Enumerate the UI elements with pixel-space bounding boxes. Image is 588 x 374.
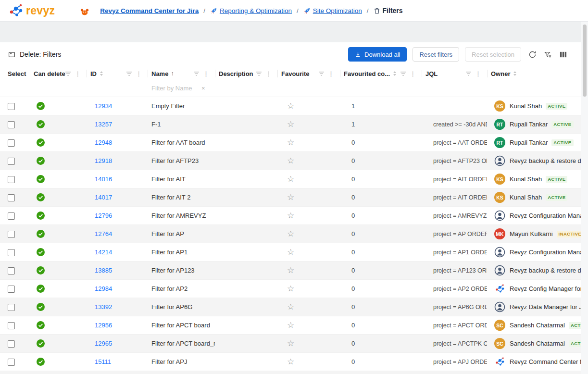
favourite-star-icon[interactable]: ☆ (287, 358, 294, 366)
reload-icon[interactable] (527, 49, 538, 60)
favourite-star-icon[interactable]: ☆ (287, 138, 294, 147)
scrollbar-thumb[interactable] (583, 25, 587, 97)
breadcrumb-link-site-optimization[interactable]: Site Optimization (313, 7, 362, 14)
reset-selection-button[interactable]: Reset selection (465, 47, 521, 62)
favourite-star-icon[interactable]: ☆ (287, 266, 294, 274)
favourite-star-icon[interactable]: ☆ (287, 212, 294, 220)
filter-id-link[interactable]: 13257 (95, 121, 112, 128)
column-header-can-delete[interactable]: Can delete ⋮ (30, 66, 87, 81)
filter-id-link[interactable]: 13885 (95, 267, 112, 274)
name-filter-input[interactable] (151, 85, 200, 92)
table-row[interactable]: 12796 Filter for AMREVYZ ☆ 0 project = A… (0, 207, 581, 225)
row-checkbox[interactable] (8, 121, 15, 128)
favourite-star-icon[interactable]: ☆ (287, 120, 294, 128)
filter-icon[interactable] (319, 72, 324, 76)
row-checkbox[interactable] (8, 322, 15, 329)
favourite-star-icon[interactable]: ☆ (287, 230, 294, 238)
filter-id-link[interactable]: 14017 (95, 194, 112, 201)
table-row[interactable]: 12956 Filter for APCT board ☆ 0 project … (0, 316, 581, 335)
row-checkbox[interactable] (8, 304, 15, 311)
row-checkbox[interactable] (8, 194, 15, 201)
favourite-star-icon[interactable]: ☆ (287, 175, 294, 183)
filter-icon[interactable] (65, 72, 71, 76)
column-label: Favourite (281, 70, 310, 77)
filter-id-link[interactable]: 12764 (95, 230, 112, 237)
reset-filters-button[interactable]: Reset filters (413, 47, 459, 62)
filter-icon[interactable] (256, 72, 262, 76)
table-row[interactable]: 14214 Filter for AP1 ☆ 0 project = AP1 O… (0, 243, 581, 262)
row-checkbox[interactable] (8, 176, 15, 183)
column-settings-icon[interactable] (558, 49, 568, 60)
filter-id-link[interactable]: 12948 (95, 139, 112, 146)
column-menu-icon[interactable]: ⋮ (475, 71, 481, 77)
column-header-name[interactable]: Name ↑ ⋮ (148, 66, 215, 81)
column-header-favourite[interactable]: Favourite ⋮ (277, 66, 340, 81)
filter-id-link[interactable]: 12956 (95, 322, 112, 329)
table-row[interactable]: 13885 Filter for AP123 ☆ 0 project = AP1… (0, 262, 581, 280)
column-menu-icon[interactable]: ⋮ (410, 71, 416, 77)
vertical-scrollbar[interactable] (581, 22, 588, 374)
sort-icon[interactable] (100, 71, 103, 76)
table-row[interactable]: 14016 Filter for AIT ☆ 0 project = AIT O… (0, 170, 581, 188)
column-menu-icon[interactable]: ⋮ (75, 71, 81, 77)
filter-icon[interactable] (466, 72, 471, 76)
clear-name-filter-icon[interactable]: × (201, 85, 205, 92)
row-checkbox[interactable] (8, 158, 15, 165)
download-all-button[interactable]: Download all (348, 47, 407, 62)
favourite-star-icon[interactable]: ☆ (287, 248, 294, 256)
filter-id-link[interactable]: 15111 (95, 358, 111, 365)
favourite-star-icon[interactable]: ☆ (287, 339, 294, 348)
filter-icon[interactable] (126, 72, 132, 76)
table-row[interactable]: 13257 F-1 ☆ 1 created >= -30d AND RT Rup… (0, 115, 581, 134)
row-checkbox[interactable] (8, 231, 15, 238)
table-row[interactable]: 12934 Empty Filter ☆ 1 KS Kunal Shah ACT… (0, 97, 581, 115)
table-row[interactable]: 12764 Filter for AP ☆ 0 project = AP ORD… (0, 225, 581, 243)
column-menu-icon[interactable]: ⋮ (265, 71, 272, 77)
table-row[interactable]: 12918 Filter for AFTP23 ☆ 0 project = AF… (0, 152, 581, 170)
sort-icon[interactable] (393, 71, 396, 76)
row-checkbox[interactable] (8, 340, 15, 348)
favourite-star-icon[interactable]: ☆ (287, 102, 294, 110)
filter-id-link[interactable]: 14214 (95, 249, 112, 256)
column-header-owner[interactable]: Owner (487, 66, 581, 81)
favourite-star-icon[interactable]: ☆ (287, 303, 294, 311)
sort-ascending-icon[interactable]: ↑ (171, 70, 174, 77)
filter-id-link[interactable]: 13392 (95, 303, 112, 311)
table-row[interactable]: 14017 Filter for AIT 2 ☆ 0 project = AIT… (0, 188, 581, 207)
filter-icon[interactable] (194, 72, 199, 76)
filter-id-link[interactable]: 12796 (95, 212, 112, 219)
table-row[interactable]: 12984 Filter for AP2 ☆ 0 project = AP2 O… (0, 280, 581, 298)
filter-id-link[interactable]: 12918 (95, 157, 112, 164)
row-checkbox[interactable] (8, 249, 15, 256)
row-checkbox[interactable] (8, 139, 15, 147)
favourite-star-icon[interactable]: ☆ (287, 193, 294, 201)
table-row[interactable]: 15111 Filter for APJ ☆ 0 project = APJ O… (0, 353, 581, 371)
row-checkbox[interactable] (8, 212, 15, 220)
table-row[interactable]: 12948 Filter for AAT board ☆ 0 project =… (0, 134, 581, 152)
filter-icon[interactable] (400, 72, 406, 76)
column-header-jql[interactable]: JQL ⋮ (422, 66, 487, 81)
filter-id-link[interactable]: 12984 (95, 285, 112, 292)
table-row[interactable]: 12965 Filter for APCT board_revy: ☆ 0 pr… (0, 335, 581, 353)
clear-filters-icon[interactable] (542, 49, 553, 60)
favourite-star-icon[interactable]: ☆ (287, 285, 294, 293)
breadcrumb-link-reporting-optimization[interactable]: Reporting & Optimization (220, 7, 292, 14)
row-checkbox[interactable] (8, 267, 15, 274)
filter-id-link[interactable]: 12965 (95, 340, 112, 347)
favourite-star-icon[interactable]: ☆ (287, 321, 294, 329)
filter-id-link[interactable]: 14016 (95, 175, 112, 183)
column-menu-icon[interactable]: ⋮ (136, 71, 142, 77)
favourite-star-icon[interactable]: ☆ (287, 157, 294, 165)
column-menu-icon[interactable]: ⋮ (203, 71, 209, 77)
column-header-description[interactable]: Description ⋮ (215, 66, 277, 81)
row-checkbox[interactable] (8, 359, 15, 366)
filter-id-link[interactable]: 12934 (95, 102, 112, 110)
row-checkbox[interactable] (8, 286, 15, 293)
sort-icon[interactable] (513, 71, 516, 76)
row-checkbox[interactable] (8, 103, 15, 110)
column-menu-icon[interactable]: ⋮ (328, 71, 334, 77)
breadcrumb-link-command-center[interactable]: Revyz Command Center for Jira (100, 7, 199, 14)
column-header-favourited-count[interactable]: Favourited co... ⋮ (340, 66, 422, 81)
table-row[interactable]: 13392 Filter for AP6G ☆ 0 project = AP6G… (0, 298, 581, 316)
column-header-id[interactable]: ID ⋮ (87, 66, 148, 81)
